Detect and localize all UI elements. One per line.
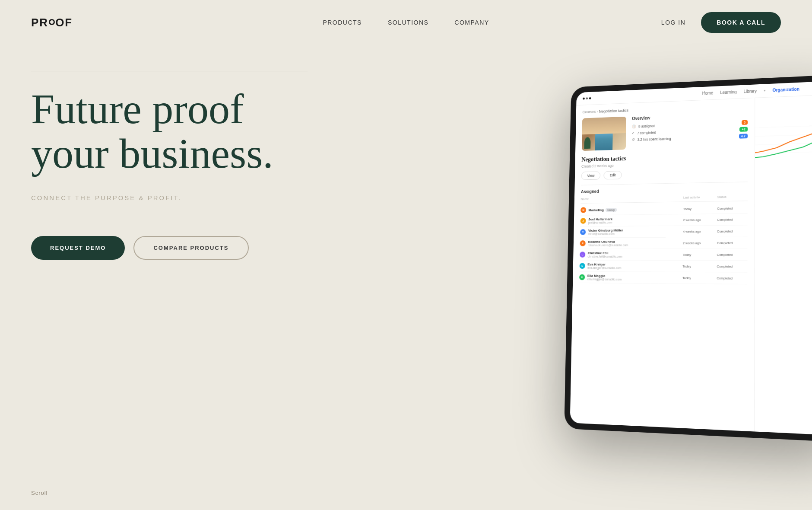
name-group-marketing: Marketing Group xyxy=(589,208,617,212)
device-mockup: Home Learning Library ▾ Organization 🔍 🔔… xyxy=(561,78,812,432)
line-chart xyxy=(754,116,812,162)
avatar-ella: E xyxy=(579,274,585,280)
avatar-marketing: M xyxy=(580,207,586,213)
learning-badge: 4.7 xyxy=(739,134,748,139)
nav-solutions[interactable]: SOLUTIONS xyxy=(388,19,428,26)
assigned-badge: 5 xyxy=(742,120,748,125)
row-name-eva: E Eva Kreiger eva.kreiger@sunablio.com xyxy=(580,262,683,269)
activity-christine: Today xyxy=(683,252,717,256)
name-group-victor: Victor Ginsburg Müller victor@sunablio.c… xyxy=(588,229,623,236)
logo-text: PR xyxy=(31,16,48,29)
app-content: Courses › Negotiation tactics xyxy=(570,95,812,435)
course-thumbnail xyxy=(582,117,626,151)
edit-button[interactable]: Edit xyxy=(604,171,622,179)
email-victor: victor@sunablio.com xyxy=(588,232,623,235)
app-logo xyxy=(583,97,591,100)
thumbnail-plant xyxy=(584,137,590,149)
nav-company[interactable]: COMPANY xyxy=(454,19,489,26)
scroll-label: Scroll xyxy=(31,490,48,496)
status-christine: Completed xyxy=(717,252,748,256)
activity-eva: Today xyxy=(682,264,717,268)
thumbnail-bg xyxy=(582,117,627,135)
col-name: Name xyxy=(581,196,683,201)
request-demo-button[interactable]: REQUEST DEMO xyxy=(31,236,125,260)
table-row: J Joel Hellermark joel@sunablio.com 2 we… xyxy=(580,214,747,226)
email-eva: eva.kreiger@sunablio.com xyxy=(587,266,621,269)
col-activity: Last activity xyxy=(683,195,717,199)
course-actions: View Edit xyxy=(581,168,748,180)
activity-victor: 4 weeks ago xyxy=(683,229,717,233)
app-logo-dot-3 xyxy=(589,97,591,99)
status-victor: Completed xyxy=(717,229,747,233)
app-logo-dot-2 xyxy=(586,97,588,99)
nav-products[interactable]: PRODUCTS xyxy=(323,19,362,26)
app-nav-learning[interactable]: Learning xyxy=(720,89,737,95)
completed-icon: ✓ xyxy=(632,131,635,135)
app-nav-library[interactable]: Library xyxy=(744,89,757,94)
app-logo-dot-1 xyxy=(583,98,585,100)
status-joel: Completed xyxy=(717,217,747,222)
name-group-roberto: Roberto Okuneva roberto.okuneva@sunablio… xyxy=(588,240,628,247)
nav-links: PRODUCTS SOLUTIONS COMPANY xyxy=(323,19,489,26)
name-group-christine: Christine Feil christine.feil@sunablio.c… xyxy=(588,251,622,258)
activity-marketing: Today xyxy=(683,207,717,211)
row-name-roberto: R Roberto Okuneva roberto.okuneva@sunabl… xyxy=(580,239,683,246)
name-christine: Christine Feil xyxy=(588,251,622,255)
table-row: C Christine Feil christine.feil@sunablio… xyxy=(580,249,747,261)
avatar-christine: C xyxy=(580,252,585,258)
row-name-christine: C Christine Feil christine.feil@sunablio… xyxy=(580,251,683,258)
table-header: Name Last activity Status xyxy=(580,194,747,204)
nav-right: LOG IN BOOK A CALL xyxy=(661,12,781,33)
email-roberto: roberto.okuneva@sunablio.com xyxy=(588,244,628,247)
stat-learning: ⏱ 3.2 hrs spent learning 4.7 xyxy=(631,134,748,142)
email-joel: joel@sunablio.com xyxy=(588,221,612,224)
log-in-link[interactable]: LOG IN xyxy=(661,19,685,26)
status-marketing: Completed xyxy=(717,206,747,210)
avatar-eva: E xyxy=(580,263,585,269)
name-roberto: Roberto Okuneva xyxy=(588,240,628,244)
app-nav-links: Home Learning Library ▾ Organization xyxy=(702,87,799,96)
completed-badge: +2 xyxy=(739,127,748,131)
email-ella: ella.maggio@sunablio.com xyxy=(587,277,622,280)
time-icon: ⏱ xyxy=(631,138,635,142)
status-roberto: Completed xyxy=(717,241,747,245)
activity-ella: Today xyxy=(682,276,717,280)
navbar: PR OF PRODUCTS SOLUTIONS COMPANY LOG IN … xyxy=(0,0,812,45)
avatar-victor: V xyxy=(580,229,586,235)
app-right-panel xyxy=(754,95,812,435)
activity-joel: 2 weeks ago xyxy=(683,218,717,222)
group-badge: Group xyxy=(606,208,617,212)
name-eva: Eva Kreiger xyxy=(587,262,621,266)
row-name-victor: V Victor Ginsburg Müller victor@sunablio… xyxy=(580,228,683,236)
tablet-screen: Home Learning Library ▾ Organization 🔍 🔔… xyxy=(570,81,812,435)
book-call-button[interactable]: BOOK A CALL xyxy=(701,12,781,33)
logo-o-icon xyxy=(49,19,55,25)
course-info: Negotiation tactics Created 2 weeks ago … xyxy=(581,152,748,180)
status-ella: Completed xyxy=(717,276,747,280)
course-header: Overview 📋 8 assigned 5 ✓ 7 completed +2 xyxy=(582,112,748,151)
hero-divider xyxy=(31,71,308,71)
email-christine: christine.feil@sunablio.com xyxy=(588,255,622,258)
name-group-ella: Ella Maggio ella.maggio@sunablio.com xyxy=(587,274,622,281)
name-group-joel: Joel Hellermark joel@sunablio.com xyxy=(588,217,612,224)
course-overview: Overview 📋 8 assigned 5 ✓ 7 completed +2 xyxy=(631,112,748,150)
app-nav-organization[interactable]: Organization xyxy=(773,87,799,93)
overview-title: Overview xyxy=(632,112,748,121)
status-eva: Completed xyxy=(717,265,748,268)
compare-products-button[interactable]: COMPARE PRODUCTS xyxy=(133,236,248,260)
tablet-frame: Home Learning Library ▾ Organization 🔍 🔔… xyxy=(564,74,812,442)
svg-line-0 xyxy=(754,125,812,128)
name-group-eva: Eva Kreiger eva.kreiger@sunablio.com xyxy=(587,262,621,269)
table-row: E Eva Kreiger eva.kreiger@sunablio.com T… xyxy=(579,261,747,273)
view-button[interactable]: View xyxy=(581,171,601,180)
logo: PR OF xyxy=(31,16,73,29)
logo-text-2: OF xyxy=(55,16,73,29)
assigned-icon: 📋 xyxy=(632,124,636,128)
activity-roberto: 2 weeks ago xyxy=(683,241,717,245)
avatar-roberto: R xyxy=(580,240,586,246)
app-main: Courses › Negotiation tactics xyxy=(570,98,755,432)
app-nav-home[interactable]: Home xyxy=(702,91,713,96)
row-name-joel: J Joel Hellermark joel@sunablio.com xyxy=(580,217,683,224)
assigned-title: Assigned xyxy=(581,186,748,194)
row-name-marketing: M Marketing Group xyxy=(580,206,683,213)
